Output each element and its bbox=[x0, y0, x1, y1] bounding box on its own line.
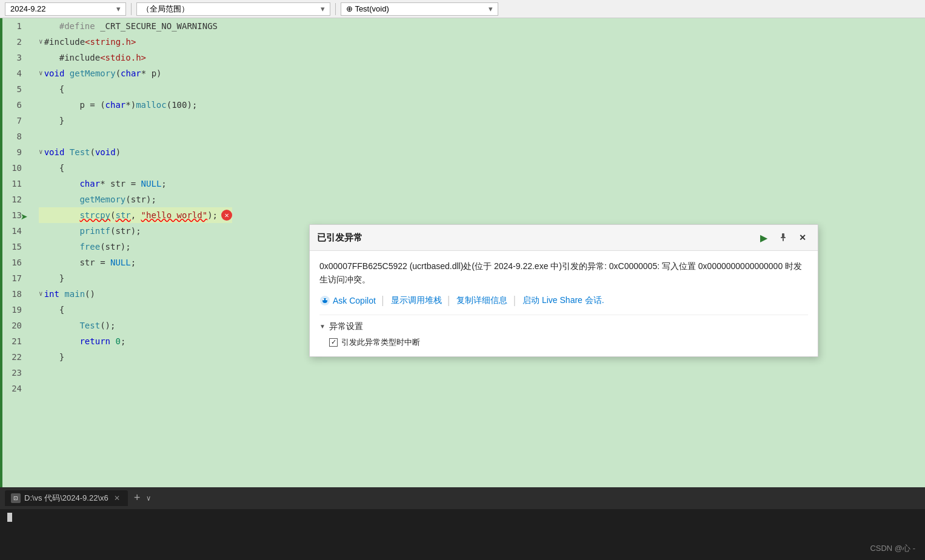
ask-copilot-link[interactable]: Ask Copilot bbox=[333, 296, 376, 305]
code-text bbox=[39, 223, 79, 239]
method-dropdown[interactable]: ⊕ Test(void) ▾ bbox=[341, 2, 498, 16]
code-text: ( bbox=[110, 207, 115, 223]
code-line-1: #define _CRT_SECURE_NO_WARNINGS bbox=[39, 18, 232, 34]
scope-dropdown[interactable]: （全局范围） ▾ bbox=[136, 2, 330, 16]
settings-header[interactable]: ▼ 异常设置 bbox=[319, 321, 808, 332]
ln-5: 5 bbox=[2, 81, 28, 97]
ln-3: 3 bbox=[2, 50, 28, 65]
code-text: #define bbox=[39, 18, 100, 34]
code-text: strcpy bbox=[79, 207, 110, 223]
code-line-22: } bbox=[39, 349, 232, 365]
terminal-branding: CSDN @心 - bbox=[870, 543, 915, 554]
ln-9: 9 bbox=[2, 144, 28, 160]
show-callstack-link[interactable]: 显示调用堆栈 bbox=[391, 295, 442, 306]
ln-6: 6 bbox=[2, 97, 28, 113]
code-line-19: { bbox=[39, 302, 232, 318]
scope-dropdown-value: （全局范围） bbox=[142, 4, 189, 15]
code-text: char bbox=[79, 176, 100, 192]
collapse-icon-2[interactable]: ∨ bbox=[39, 34, 43, 50]
terminal-tab-label: D:\vs 代码\2024-9.22\x6 bbox=[24, 493, 109, 504]
copy-details-link[interactable]: 复制详细信息 bbox=[456, 295, 507, 306]
code-line-12: getMemory (str); bbox=[39, 192, 232, 207]
code-line-23 bbox=[39, 365, 232, 381]
ln-8: 8 bbox=[2, 128, 28, 144]
collapse-icon-4[interactable]: ∨ bbox=[39, 65, 43, 81]
code-text bbox=[39, 176, 79, 192]
code-text: p = ( bbox=[39, 97, 105, 113]
ln-18: 18 bbox=[2, 286, 28, 302]
terminal-tab-close-button[interactable]: ✕ bbox=[112, 493, 122, 503]
terminal-tab-bar: ⊡ D:\vs 代码\2024-9.22\x6 ✕ + ∨ bbox=[0, 487, 925, 509]
code-text: Test bbox=[79, 318, 100, 333]
ln-24: 24 bbox=[2, 381, 28, 396]
separator: │ bbox=[381, 296, 386, 305]
code-line-21: return 0 ; bbox=[39, 333, 232, 349]
separator: │ bbox=[512, 296, 518, 305]
code-text: 0 bbox=[115, 333, 120, 349]
ln-10: 10 bbox=[2, 160, 28, 176]
exception-dialog: 已引发异常 ▶ ✕ 0x00007FFB625C5922 (ucrtbased.… bbox=[309, 224, 818, 357]
continue-button[interactable]: ▶ bbox=[756, 230, 772, 245]
exception-checkbox[interactable]: ✓ bbox=[329, 338, 338, 347]
terminal-tab[interactable]: ⊡ D:\vs 代码\2024-9.22\x6 ✕ bbox=[5, 490, 128, 506]
collapse-icon-9[interactable]: ∨ bbox=[39, 144, 43, 160]
code-text: ; bbox=[161, 176, 166, 192]
code-text: *) bbox=[125, 97, 136, 113]
code-text: } bbox=[39, 113, 64, 128]
code-text: getMemory bbox=[70, 65, 116, 81]
collapse-icon-18[interactable]: ∨ bbox=[39, 286, 43, 302]
settings-title: 异常设置 bbox=[329, 321, 363, 332]
ln-21: 21 bbox=[2, 333, 28, 349]
code-text: free bbox=[79, 239, 100, 255]
pin-button[interactable] bbox=[775, 230, 791, 245]
code-line-2: ∨ #include <string.h> bbox=[39, 34, 232, 50]
code-text: getMemory bbox=[79, 192, 125, 207]
live-share-link[interactable]: 启动 Live Share 会话. bbox=[523, 295, 604, 306]
ln-23: 23 bbox=[2, 365, 28, 381]
svg-rect-1 bbox=[781, 237, 786, 238]
file-dropdown-value: 2024-9.22 bbox=[10, 4, 46, 13]
ln-16: 16 bbox=[2, 255, 28, 270]
code-text: Test bbox=[70, 144, 90, 160]
editor-wrapper: 1 2 3 4 5 6 7 8 9 10 11 12 13 14 15 16 1… bbox=[0, 18, 232, 487]
ln-2: 2 bbox=[2, 34, 28, 50]
code-text: ( bbox=[116, 65, 121, 81]
dialog-controls: ▶ ✕ bbox=[756, 230, 810, 245]
settings-item: ✓ 引发此异常类型时中断 bbox=[319, 337, 808, 348]
copilot-icon bbox=[319, 295, 330, 306]
code-content: #define _CRT_SECURE_NO_WARNINGS ∨ #inclu… bbox=[33, 18, 232, 487]
ln-14: 14 bbox=[2, 223, 28, 239]
terminal-chevron-button[interactable]: ∨ bbox=[147, 494, 151, 503]
code-text: printf bbox=[79, 223, 110, 239]
code-text: { bbox=[39, 160, 64, 176]
code-text: #include bbox=[39, 50, 100, 65]
method-dropdown-value: ⊕ Test(void) bbox=[346, 4, 389, 13]
code-text: (str); bbox=[125, 192, 156, 207]
code-text: <stdio.h> bbox=[100, 50, 146, 65]
code-line-14: printf (str); bbox=[39, 223, 232, 239]
close-button[interactable]: ✕ bbox=[795, 230, 810, 245]
code-text: malloc bbox=[136, 97, 167, 113]
code-line-6: p = ( char *) malloc (100); bbox=[39, 97, 232, 113]
code-text: void bbox=[44, 65, 70, 81]
terminal-add-button[interactable]: + bbox=[130, 492, 144, 504]
code-line-13: ➤ strcpy ( str , "hello world" ); ✕ bbox=[39, 207, 232, 223]
code-text: int bbox=[44, 286, 65, 302]
code-text bbox=[39, 239, 79, 255]
dialog-body: 0x00007FFB625C5922 (ucrtbased.dll)处(位于 2… bbox=[310, 251, 818, 356]
terminal-area: ⊡ D:\vs 代码\2024-9.22\x6 ✕ + ∨ CSDN @心 - bbox=[0, 487, 925, 560]
ln-7: 7 bbox=[2, 113, 28, 128]
editor-area: 1 2 3 4 5 6 7 8 9 10 11 12 13 14 15 16 1… bbox=[0, 18, 925, 487]
terminal-content bbox=[0, 509, 925, 560]
code-text: void bbox=[44, 144, 70, 160]
triangle-icon: ▼ bbox=[319, 323, 326, 330]
code-line-9: ∨ void Test ( void ) bbox=[39, 144, 232, 160]
settings-item-label: 引发此异常类型时中断 bbox=[341, 337, 420, 348]
file-dropdown[interactable]: 2024-9.22 ▾ bbox=[5, 2, 126, 16]
code-text: } bbox=[39, 349, 64, 365]
code-text: * str = bbox=[100, 176, 141, 192]
debug-arrow-icon: ➤ bbox=[21, 209, 28, 225]
svg-rect-2 bbox=[783, 238, 784, 241]
code-text: (str); bbox=[100, 239, 131, 255]
separator: │ bbox=[447, 296, 452, 305]
